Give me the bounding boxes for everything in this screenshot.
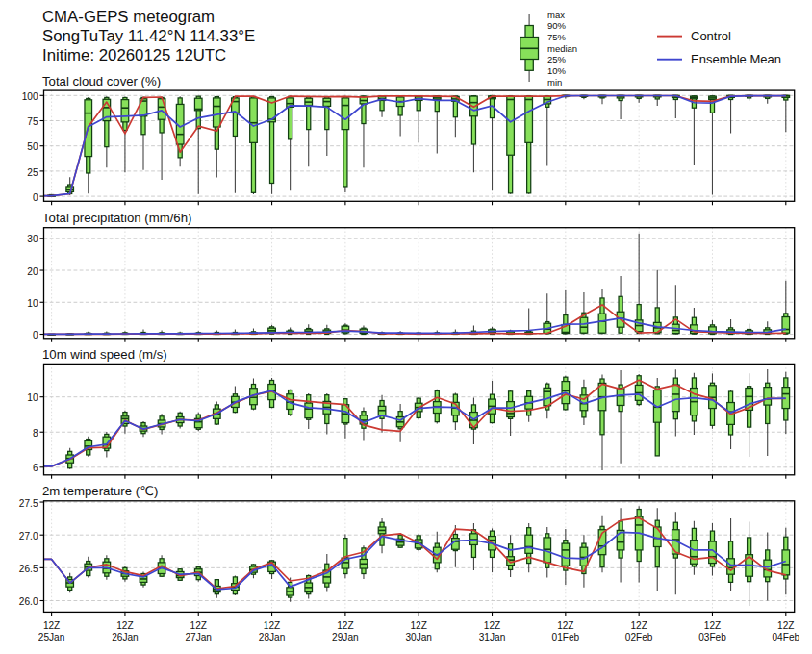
svg-text:Ensemble Mean: Ensemble Mean	[691, 52, 781, 66]
svg-text:10: 10	[27, 392, 38, 403]
svg-text:12Z: 12Z	[43, 620, 60, 631]
svg-text:01Feb: 01Feb	[552, 632, 580, 642]
svg-text:0: 0	[33, 192, 38, 203]
svg-text:12Z: 12Z	[630, 620, 647, 631]
svg-text:min: min	[547, 77, 562, 88]
svg-text:12Z: 12Z	[704, 620, 721, 631]
svg-text:25Jan: 25Jan	[38, 632, 65, 642]
svg-text:12Z: 12Z	[337, 620, 353, 631]
svg-text:10%: 10%	[547, 65, 567, 76]
svg-text:50: 50	[27, 141, 38, 152]
svg-text:02Feb: 02Feb	[625, 632, 653, 642]
svg-text:04Feb: 04Feb	[772, 632, 799, 642]
svg-text:75%: 75%	[547, 32, 567, 42]
svg-text:31Jan: 31Jan	[479, 632, 506, 642]
svg-text:26Jan: 26Jan	[112, 632, 139, 642]
svg-text:03Feb: 03Feb	[698, 632, 726, 642]
svg-text:27.0: 27.0	[19, 531, 38, 541]
svg-text:Initime: 20260125 12UTC: Initime: 20260125 12UTC	[42, 46, 226, 64]
svg-text:max: max	[547, 10, 565, 20]
svg-text:30: 30	[27, 234, 38, 244]
svg-text:27Jan: 27Jan	[185, 632, 212, 642]
svg-text:75: 75	[27, 116, 38, 127]
svg-text:6: 6	[33, 463, 38, 473]
svg-text:Total cloud cover (%): Total cloud cover (%)	[42, 74, 161, 88]
svg-text:0: 0	[33, 330, 38, 340]
svg-text:12Z: 12Z	[410, 620, 426, 631]
svg-text:Control: Control	[691, 29, 731, 43]
svg-text:12Z: 12Z	[484, 620, 500, 631]
svg-text:12Z: 12Z	[116, 620, 133, 631]
svg-text:12Z: 12Z	[190, 620, 207, 631]
svg-text:100: 100	[22, 91, 38, 102]
svg-text:30Jan: 30Jan	[405, 632, 432, 642]
svg-text:12Z: 12Z	[557, 620, 573, 631]
svg-text:29Jan: 29Jan	[332, 632, 359, 642]
svg-text:25%: 25%	[547, 54, 567, 64]
svg-text:10: 10	[27, 298, 38, 309]
svg-text:CMA-GEPS meteogram: CMA-GEPS meteogram	[42, 8, 215, 26]
svg-text:90%: 90%	[547, 20, 567, 31]
svg-text:12Z: 12Z	[777, 620, 794, 631]
svg-text:28Jan: 28Jan	[259, 632, 286, 642]
svg-text:SongTuTay 11.42°N 114.33°E: SongTuTay 11.42°N 114.33°E	[42, 27, 255, 45]
svg-text:10m wind speed (m/s): 10m wind speed (m/s)	[42, 347, 167, 362]
svg-text:26.0: 26.0	[19, 596, 38, 607]
svg-text:25: 25	[27, 167, 38, 178]
svg-text:median: median	[547, 43, 577, 54]
svg-text:Total precipitation (mm/6h): Total precipitation (mm/6h)	[42, 211, 191, 225]
svg-text:2m temperature (℃): 2m temperature (℃)	[42, 484, 158, 498]
svg-text:27.5: 27.5	[19, 498, 38, 509]
svg-text:8: 8	[33, 428, 38, 439]
svg-text:12Z: 12Z	[264, 620, 280, 631]
svg-text:20: 20	[27, 266, 38, 277]
svg-text:26.5: 26.5	[19, 564, 38, 574]
